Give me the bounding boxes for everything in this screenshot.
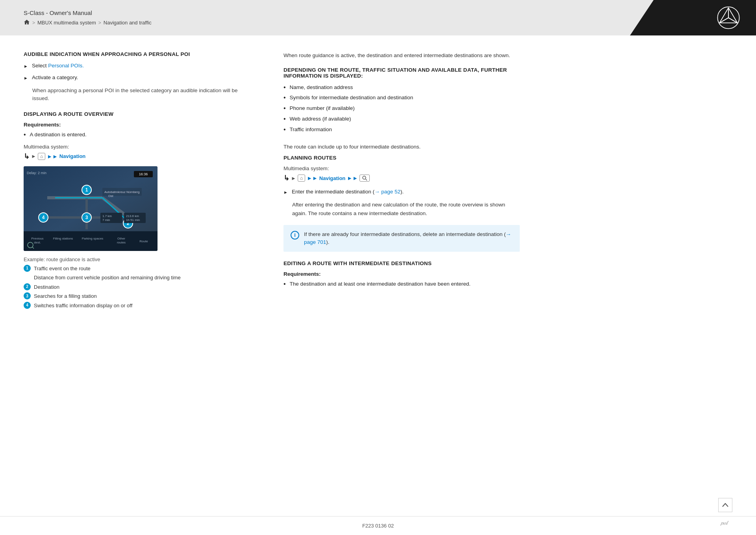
further-info-4: Web address (if available) xyxy=(284,115,520,123)
footer-code: F223 0136 02 xyxy=(362,523,394,529)
list-item-select-poi: ► Select Personal POIs. xyxy=(24,62,252,70)
breadcrumb-mbux[interactable]: MBUX multimedia system xyxy=(37,20,96,26)
editing-requirement-1: The destination and at least one interme… xyxy=(284,280,520,288)
svg-text:Ost: Ost xyxy=(108,194,113,198)
audible-indication-section: AUDIBLE INDICATION WHEN APPROACHING A PE… xyxy=(24,51,252,102)
footer: F223 0136 02 𝑝𝑜𝑙 xyxy=(0,516,756,535)
info-box-text: If there are already four intermediate d… xyxy=(304,230,513,247)
further-info-2: Symbols for intermediate destination and… xyxy=(284,94,520,102)
svg-text:7 min: 7 min xyxy=(102,218,110,222)
search-icon-box xyxy=(359,175,370,182)
further-info-1: Name, destination address xyxy=(284,84,520,92)
arrow-right-2: ► xyxy=(291,175,296,181)
badge-2: 2 xyxy=(24,283,31,290)
further-info-text-4: Web address (if available) xyxy=(290,115,351,123)
svg-text:Route: Route xyxy=(139,240,148,243)
enter-intermediate-text: Enter the intermediate destination (→ pa… xyxy=(292,188,404,196)
arrow-right-1: ► xyxy=(31,153,36,159)
svg-text:213.6 km: 213.6 km xyxy=(126,214,139,218)
svg-text:Previous: Previous xyxy=(31,237,43,240)
navigation-link-2[interactable]: Navigation xyxy=(319,175,345,181)
caption-area: Example: route guidance is active 1 Traf… xyxy=(24,256,252,310)
select-poi-text: Select Personal POIs. xyxy=(32,62,84,70)
page-link-52[interactable]: → page 52 xyxy=(374,189,400,195)
planning-routes-heading: PLANNING ROUTES xyxy=(284,155,520,161)
info-box: i If there are already four intermediate… xyxy=(284,225,520,252)
caption-item-distance: Distance from current vehicle position a… xyxy=(24,274,252,282)
home-icon-box-1: ⌂ xyxy=(38,153,45,160)
requirements-label-1: Requirements: xyxy=(24,122,252,128)
activate-category-text: Activate a category. xyxy=(32,74,78,82)
svg-text:3: 3 xyxy=(85,215,88,220)
route-image-bg: 1 2 3 4 1.7 km xyxy=(24,166,158,251)
page-link-701[interactable]: → page 701 xyxy=(304,231,511,245)
info-icon: i xyxy=(291,231,299,240)
arrow-icon-1: ► xyxy=(24,63,28,70)
manual-title: S-Class - Owner's Manual xyxy=(24,9,630,16)
main-content: AUDIBLE INDICATION WHEN APPROACHING A PE… xyxy=(0,35,756,516)
page-indicator: 𝑝𝑜𝑙 xyxy=(721,519,732,528)
planning-steps: ► Enter the intermediate destination (→ … xyxy=(284,188,520,196)
mm-path-1: ↳ ► ⌂ ►► Navigation xyxy=(24,152,252,161)
further-info-text-2: Symbols for intermediate destination and… xyxy=(290,94,413,102)
list-item-activate-category: ► Activate a category. xyxy=(24,74,252,82)
enter-intermediate-step: ► Enter the intermediate destination (→ … xyxy=(284,188,520,196)
breadcrumb-sep-2: > xyxy=(98,20,101,26)
turn-arrow-2: ↳ xyxy=(284,174,289,182)
right-column: When route guidance is active, the desti… xyxy=(276,51,520,492)
home-icon[interactable] xyxy=(24,19,30,26)
arrow-icon-3: ► xyxy=(284,189,288,196)
svg-text:1: 1 xyxy=(85,187,88,193)
svg-text:16:36: 16:36 xyxy=(139,172,148,176)
further-info-text-3: Phone number (if available) xyxy=(290,104,355,112)
caption-text-distance: Distance from current vehicle position a… xyxy=(34,274,181,282)
further-info-3: Phone number (if available) xyxy=(284,104,520,113)
after-entering-text: After entering the destination and new c… xyxy=(284,201,520,217)
home-icon-box-2: ⌂ xyxy=(298,175,305,182)
svg-text:1h 51 min: 1h 51 min xyxy=(126,218,140,222)
breadcrumb-sep-1: > xyxy=(32,20,35,26)
arrow-icon-2: ► xyxy=(24,75,28,82)
poi-link[interactable]: Personal POIs. xyxy=(48,63,84,69)
audible-subtext: When approaching a personal POI in the s… xyxy=(32,87,252,103)
requirement-text-1: A destination is entered. xyxy=(30,131,87,139)
mm-system-label-1: Multimedia system: xyxy=(24,144,252,150)
editing-route-section: EDITING A ROUTE WITH INTERMEDIATE DESTIN… xyxy=(284,260,520,288)
further-info-5: Traffic information xyxy=(284,126,520,134)
audible-indication-list: ► Select Personal POIs. ► Activate a cat… xyxy=(24,62,252,82)
caption-item-1: 1 Traffic event on the route xyxy=(24,265,252,273)
route-svg: 1 2 3 4 1.7 km xyxy=(24,166,158,251)
caption-item-4: 4 Switches traffic information display o… xyxy=(24,302,252,310)
caption-text-2: Destination xyxy=(34,283,59,291)
route-image: 1 2 3 4 1.7 km xyxy=(24,166,158,251)
route-overview-section: DISPLAYING A ROUTE OVERVIEW Requirements… xyxy=(24,111,252,309)
svg-text:4: 4 xyxy=(42,215,45,220)
caption-item-2: 2 Destination xyxy=(24,283,252,291)
audible-indication-heading: AUDIBLE INDICATION WHEN APPROACHING A PE… xyxy=(24,51,252,57)
header: S-Class - Owner's Manual > MBUX multimed… xyxy=(0,0,756,35)
navigation-link-1[interactable]: Navigation xyxy=(59,153,85,159)
badge-4: 4 xyxy=(24,302,31,309)
caption-text-3: Searches for a filling station xyxy=(34,292,97,300)
further-info-text-1: Name, destination address xyxy=(290,84,353,91)
caption-item-3: 3 Searches for a filling station xyxy=(24,292,252,300)
svg-text:Filling stations: Filling stations xyxy=(53,237,73,240)
svg-text:routes: routes xyxy=(117,241,126,244)
double-arrow-2: ►► xyxy=(307,175,318,181)
svg-text:𝑝𝑜𝑙: 𝑝𝑜𝑙 xyxy=(721,520,729,526)
route-count-text: The route can include up to four interme… xyxy=(284,143,520,151)
scroll-up-button[interactable] xyxy=(718,498,732,512)
mm-system-label-2: Multimedia system: xyxy=(284,165,520,171)
logo-area xyxy=(630,0,756,35)
mercedes-logo xyxy=(717,6,740,30)
svg-line-40 xyxy=(366,179,367,181)
route-overview-heading: DISPLAYING A ROUTE OVERVIEW xyxy=(24,111,252,117)
editing-route-heading: EDITING A ROUTE WITH INTERMEDIATE DESTIN… xyxy=(284,260,520,266)
depending-on-route-section: DEPENDING ON THE ROUTE, TRAFFIC SITUATIO… xyxy=(284,67,520,134)
badge-3: 3 xyxy=(24,292,31,299)
caption-text-1: Traffic event on the route xyxy=(34,265,91,273)
intro-text: When route guidance is active, the desti… xyxy=(284,51,520,60)
double-arrow-1: ►► xyxy=(47,153,58,160)
planning-routes-section: PLANNING ROUTES Multimedia system: ↳ ► ⌂… xyxy=(284,155,520,252)
editing-requirement-text-1: The destination and at least one interme… xyxy=(290,280,471,288)
